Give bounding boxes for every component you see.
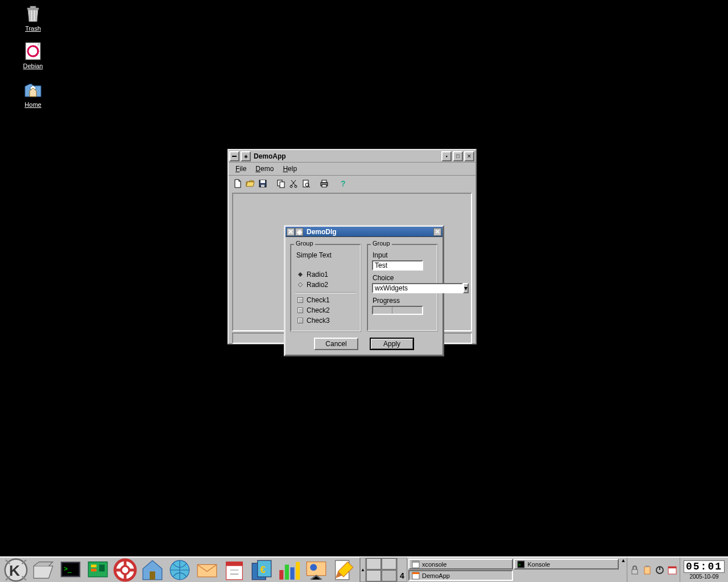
clock[interactable]: 05:01 2005-10-09 [680,558,728,582]
pager-desktop-2[interactable] [382,558,396,569]
svg-text:>: > [518,562,521,567]
kmenu-icon[interactable]: K [2,559,30,581]
dialog-title: DemoDlg [304,228,433,236]
svg-rect-51 [644,567,650,574]
task-xconsole[interactable]: xconsole [408,559,513,569]
pager-desktop-4[interactable] [382,570,396,581]
cancel-button[interactable]: Cancel [314,338,358,350]
svg-text:K: K [9,562,20,579]
pim-icon[interactable] [221,559,248,581]
pager-up-icon[interactable]: ▲ [360,558,366,582]
taskbar: K >_ € ▲ 4 xconsole > [0,556,728,582]
radio-label: Radio2 [307,281,328,289]
presentation-icon[interactable] [303,559,330,581]
menu-demo[interactable]: Demo [251,164,278,174]
close-button[interactable]: ✕ [464,151,474,161]
apply-button[interactable]: Apply [370,338,414,350]
svg-rect-45 [412,561,419,563]
help-icon[interactable]: ? [337,178,348,189]
progress-label: Progress [373,297,433,305]
svg-rect-4 [260,180,265,183]
choice-input[interactable] [372,283,463,293]
calendar-icon[interactable] [667,565,677,575]
desktop-icon-label: Trash [25,25,41,32]
copy-icon[interactable] [275,178,287,189]
task-konsole[interactable]: > Konsole [514,559,619,569]
svg-text:>_: >_ [64,565,72,573]
toolbar: ? [229,176,475,192]
menu-help[interactable]: Help [278,164,301,174]
mail-icon[interactable] [193,559,221,581]
clock-date: 2005-10-09 [689,573,718,580]
editor-icon[interactable] [330,559,357,581]
desktop-icon-trash[interactable]: Trash [16,3,50,32]
svg-rect-37 [279,570,283,580]
lock-icon[interactable] [630,565,640,575]
radio1[interactable]: Radio1 [297,271,356,278]
dialog-titlebar[interactable]: ✕ ◈ DemoDlg ✕ [286,227,442,237]
radio-selected-icon [297,272,303,277]
svg-point-28 [121,566,129,573]
office-icon[interactable]: € [248,559,275,581]
power-icon[interactable] [655,565,665,575]
pager-desktop-1[interactable] [366,558,381,569]
titlebar[interactable]: ◈ DemoApp ▪ □ ✕ [229,150,475,163]
svg-point-42 [310,564,317,571]
svg-rect-2 [232,156,237,157]
window-menu-icon[interactable]: ◈ [241,151,251,161]
svg-rect-50 [632,569,638,574]
save-icon[interactable] [257,178,268,189]
browser-icon[interactable] [166,559,193,581]
menu-file[interactable]: File [231,164,251,174]
desktop-icon-debian[interactable]: Debian [16,41,50,69]
print-icon[interactable] [318,178,330,189]
choice-combo[interactable]: ▾ [372,283,423,293]
menubar: File Demo Help [229,163,475,176]
maximize-button[interactable]: □ [453,151,463,161]
check2[interactable]: Check2 [297,306,356,314]
demodlg-dialog: ✕ ◈ DemoDlg ✕ Group Simple Text Radio1 R [284,225,444,356]
tasklist: xconsole > Konsole DemoApp [407,558,620,582]
dialog-sys-button[interactable]: ✕ [287,228,295,236]
cut-icon[interactable] [288,178,299,189]
new-icon[interactable] [232,178,243,189]
chevron-down-icon[interactable]: ▾ [463,283,469,293]
svg-rect-14 [322,185,326,187]
group-legend: Group [371,240,392,247]
check-label: Check1 [307,296,330,304]
svg-rect-49 [412,572,419,574]
open-icon[interactable] [245,178,256,189]
svg-rect-40 [296,562,300,579]
dialog-sys-button2[interactable]: ◈ [295,228,303,236]
pager-desktop-3[interactable] [366,570,381,581]
input-label: Input [373,251,433,259]
input-field[interactable] [372,260,423,271]
desktop-icon-home[interactable]: Home [16,80,50,108]
minimize-button[interactable]: ▪ [441,151,452,161]
tasklist-up-icon[interactable]: ▲ [620,558,627,582]
preview-icon[interactable] [300,178,312,189]
checkbox-icon [297,297,303,303]
check3[interactable]: Check3 [297,317,356,325]
desktop-icon[interactable] [30,559,57,581]
radio-unselected-icon [297,282,303,288]
terminal-icon[interactable]: >_ [57,559,84,581]
system-menu-button[interactable] [229,151,239,161]
clipboard-icon[interactable] [642,565,652,575]
charts-icon[interactable] [275,559,303,581]
window-icon [412,572,420,580]
svg-rect-55 [668,567,676,568]
task-demoapp[interactable]: DemoApp [408,570,513,581]
window-title: DemoApp [251,152,441,160]
svg-rect-39 [290,567,294,580]
check1[interactable]: Check1 [297,296,356,304]
svg-rect-5 [261,185,264,187]
help-center-icon[interactable] [111,559,139,581]
clock-time: 05:01 [684,560,725,573]
checkbox-icon [297,307,303,313]
radio2[interactable]: Radio2 [297,281,356,289]
home-icon[interactable] [139,559,166,581]
dialog-close-button[interactable]: ✕ [433,228,441,236]
task-label: DemoApp [422,572,450,579]
system-icon[interactable] [84,559,111,581]
